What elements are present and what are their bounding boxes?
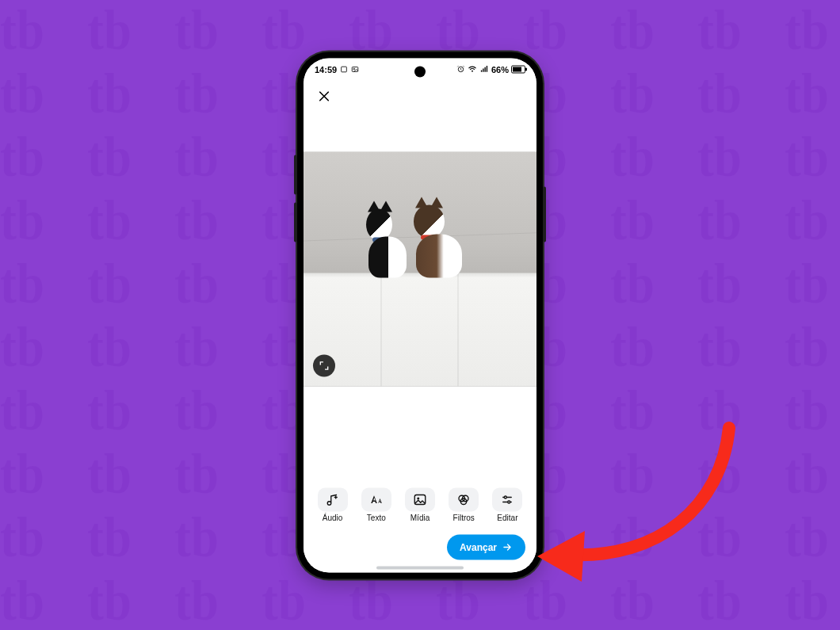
close-button[interactable] — [313, 85, 335, 107]
svg-point-9 — [505, 496, 507, 498]
battery-percent: 66% — [491, 64, 509, 74]
battery-icon — [511, 65, 525, 73]
phone-volume-down-decor — [294, 202, 297, 242]
svg-point-10 — [508, 501, 510, 503]
svg-rect-0 — [342, 67, 347, 72]
arrow-right-icon — [502, 541, 513, 552]
tool-edit[interactable]: Editar — [490, 487, 525, 521]
tool-audio[interactable]: Áudio — [315, 487, 350, 521]
photo-cat-left — [364, 203, 411, 278]
advance-button[interactable]: Avançar — [447, 534, 525, 559]
camera-notch — [414, 66, 426, 77]
tool-row: Áudio Texto Mídia Filtros — [304, 487, 536, 529]
tool-media[interactable]: Mídia — [402, 487, 437, 521]
signal-icon — [479, 65, 489, 74]
tool-filters-label: Filtros — [453, 513, 475, 521]
spacer — [304, 386, 536, 487]
text-aa-icon — [368, 492, 384, 506]
image-indicator-icon — [351, 65, 359, 73]
svg-point-2 — [353, 68, 355, 70]
tool-text-label: Texto — [367, 513, 386, 521]
tool-media-label: Mídia — [410, 513, 430, 521]
app-bar — [304, 80, 536, 112]
status-left: 14:59 — [315, 64, 359, 74]
expand-button[interactable] — [313, 354, 335, 376]
alarm-icon — [456, 65, 465, 74]
photo-content — [304, 151, 536, 386]
tool-edit-label: Editar — [497, 513, 517, 521]
home-indicator — [376, 566, 464, 569]
media-preview[interactable] — [304, 151, 536, 386]
svg-rect-4 — [414, 494, 426, 504]
tool-filters[interactable]: Filtros — [446, 487, 482, 521]
sliders-icon — [500, 492, 514, 506]
photo-cabinet — [304, 273, 536, 386]
image-icon — [413, 492, 427, 506]
close-icon — [317, 89, 331, 103]
tool-text[interactable]: Texto — [358, 487, 394, 521]
phone-screen: 14:59 66% — [304, 58, 536, 572]
expand-icon — [319, 360, 330, 371]
advance-button-label: Avançar — [460, 541, 497, 552]
phone-power-button-decor — [543, 186, 546, 242]
phone-volume-up-decor — [294, 155, 297, 194]
screenshot-icon — [340, 65, 348, 73]
music-note-plus-icon — [326, 492, 340, 506]
filters-rings-icon — [456, 492, 471, 506]
phone-frame: 14:59 66% — [297, 52, 543, 578]
svg-point-5 — [417, 497, 419, 499]
tool-audio-label: Áudio — [323, 513, 343, 521]
status-right: 66% — [456, 64, 525, 74]
wifi-icon — [468, 65, 477, 74]
photo-cat-right — [410, 199, 468, 278]
status-time: 14:59 — [315, 64, 337, 74]
